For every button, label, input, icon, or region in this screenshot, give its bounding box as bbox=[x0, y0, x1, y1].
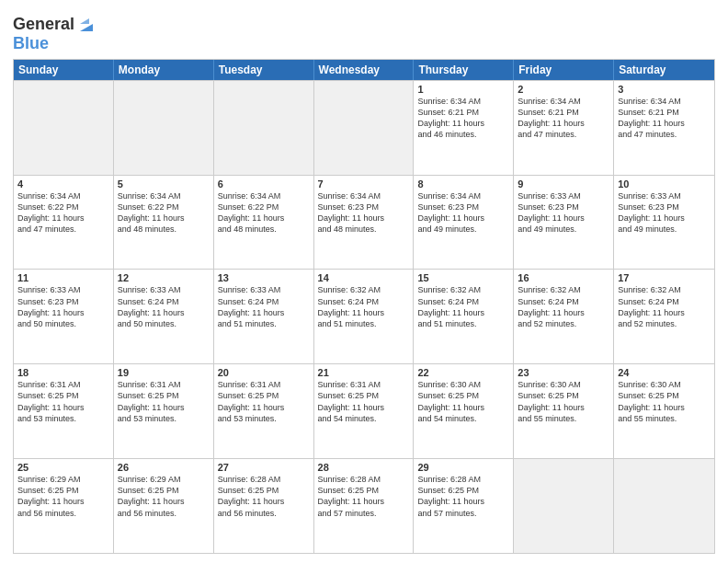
cell-info: Sunrise: 6:32 AM Sunset: 6:24 PM Dayligh… bbox=[518, 284, 609, 329]
day-number: 8 bbox=[417, 178, 509, 190]
cell-info: Sunrise: 6:28 AM Sunset: 6:25 PM Dayligh… bbox=[318, 474, 410, 519]
cell-info: Sunrise: 6:31 AM Sunset: 6:25 PM Dayligh… bbox=[17, 379, 109, 424]
cell-info: Sunrise: 6:32 AM Sunset: 6:24 PM Dayligh… bbox=[318, 284, 410, 329]
day-number: 1 bbox=[417, 84, 509, 95]
cell-info: Sunrise: 6:31 AM Sunset: 6:25 PM Dayligh… bbox=[318, 379, 410, 424]
svg-marker-0 bbox=[80, 24, 93, 31]
cell-info: Sunrise: 6:34 AM Sunset: 6:23 PM Dayligh… bbox=[417, 190, 509, 236]
calendar-cell-17: 17Sunrise: 6:32 AM Sunset: 6:24 PM Dayli… bbox=[614, 270, 714, 363]
day-number: 24 bbox=[618, 367, 711, 378]
cell-info: Sunrise: 6:34 AM Sunset: 6:21 PM Dayligh… bbox=[417, 96, 509, 141]
calendar-cell-empty-0-3 bbox=[314, 81, 415, 175]
day-number: 22 bbox=[417, 367, 509, 378]
calendar-cell-14: 14Sunrise: 6:32 AM Sunset: 6:24 PM Dayli… bbox=[314, 270, 415, 363]
calendar-cell-8: 8Sunrise: 6:34 AM Sunset: 6:23 PM Daylig… bbox=[414, 176, 514, 270]
calendar: SundayMondayTuesdayWednesdayThursdayFrid… bbox=[13, 59, 715, 554]
day-number: 28 bbox=[318, 462, 410, 473]
day-number: 19 bbox=[118, 367, 210, 378]
calendar-cell-empty-0-2 bbox=[214, 81, 314, 175]
calendar-row-0: 1Sunrise: 6:34 AM Sunset: 6:21 PM Daylig… bbox=[14, 80, 714, 175]
header-day-monday: Monday bbox=[114, 60, 214, 80]
day-number: 7 bbox=[318, 178, 410, 190]
day-number: 16 bbox=[518, 272, 609, 283]
cell-info: Sunrise: 6:34 AM Sunset: 6:22 PM Dayligh… bbox=[218, 190, 310, 236]
logo-icon bbox=[76, 15, 97, 35]
svg-marker-1 bbox=[80, 18, 89, 24]
calendar-cell-7: 7Sunrise: 6:34 AM Sunset: 6:23 PM Daylig… bbox=[314, 176, 415, 270]
day-number: 10 bbox=[618, 178, 711, 190]
calendar-cell-15: 15Sunrise: 6:32 AM Sunset: 6:24 PM Dayli… bbox=[414, 270, 514, 363]
calendar-cell-27: 27Sunrise: 6:28 AM Sunset: 6:25 PM Dayli… bbox=[214, 459, 314, 553]
calendar-cell-9: 9Sunrise: 6:33 AM Sunset: 6:23 PM Daylig… bbox=[514, 176, 614, 270]
calendar-cell-2: 2Sunrise: 6:34 AM Sunset: 6:21 PM Daylig… bbox=[514, 81, 614, 175]
calendar-cell-18: 18Sunrise: 6:31 AM Sunset: 6:25 PM Dayli… bbox=[14, 364, 114, 458]
day-number: 18 bbox=[17, 367, 109, 378]
cell-info: Sunrise: 6:34 AM Sunset: 6:21 PM Dayligh… bbox=[618, 96, 711, 141]
header-day-friday: Friday bbox=[514, 60, 614, 80]
header-day-sunday: Sunday bbox=[14, 60, 114, 80]
header-day-thursday: Thursday bbox=[414, 60, 514, 80]
calendar-row-3: 18Sunrise: 6:31 AM Sunset: 6:25 PM Dayli… bbox=[14, 363, 714, 458]
cell-info: Sunrise: 6:34 AM Sunset: 6:23 PM Dayligh… bbox=[318, 190, 410, 236]
cell-info: Sunrise: 6:32 AM Sunset: 6:24 PM Dayligh… bbox=[618, 284, 711, 329]
page: General Blue SundayMondayTuesdayWednesda… bbox=[0, 0, 728, 563]
day-number: 3 bbox=[618, 84, 711, 95]
header-day-saturday: Saturday bbox=[614, 60, 714, 80]
calendar-cell-empty-4-5 bbox=[514, 459, 614, 553]
calendar-cell-4: 4Sunrise: 6:34 AM Sunset: 6:22 PM Daylig… bbox=[14, 176, 114, 270]
day-number: 14 bbox=[318, 272, 410, 283]
calendar-cell-22: 22Sunrise: 6:30 AM Sunset: 6:25 PM Dayli… bbox=[414, 364, 514, 458]
day-number: 5 bbox=[118, 178, 210, 190]
day-number: 6 bbox=[218, 178, 310, 190]
calendar-cell-16: 16Sunrise: 6:32 AM Sunset: 6:24 PM Dayli… bbox=[514, 270, 614, 363]
calendar-row-4: 25Sunrise: 6:29 AM Sunset: 6:25 PM Dayli… bbox=[14, 458, 714, 553]
day-number: 17 bbox=[618, 272, 711, 283]
day-number: 25 bbox=[17, 462, 109, 473]
day-number: 21 bbox=[318, 367, 410, 378]
calendar-header: SundayMondayTuesdayWednesdayThursdayFrid… bbox=[14, 60, 714, 80]
day-number: 2 bbox=[518, 84, 609, 95]
header-day-wednesday: Wednesday bbox=[314, 60, 415, 80]
cell-info: Sunrise: 6:34 AM Sunset: 6:22 PM Dayligh… bbox=[17, 190, 109, 236]
cell-info: Sunrise: 6:34 AM Sunset: 6:21 PM Dayligh… bbox=[518, 96, 609, 141]
calendar-cell-empty-0-1 bbox=[114, 81, 214, 175]
cell-info: Sunrise: 6:31 AM Sunset: 6:25 PM Dayligh… bbox=[118, 379, 210, 424]
cell-info: Sunrise: 6:33 AM Sunset: 6:23 PM Dayligh… bbox=[518, 190, 609, 236]
day-number: 20 bbox=[218, 367, 310, 378]
day-number: 29 bbox=[417, 462, 509, 473]
cell-info: Sunrise: 6:33 AM Sunset: 6:23 PM Dayligh… bbox=[618, 190, 711, 236]
cell-info: Sunrise: 6:31 AM Sunset: 6:25 PM Dayligh… bbox=[218, 379, 310, 424]
cell-info: Sunrise: 6:34 AM Sunset: 6:22 PM Dayligh… bbox=[118, 190, 210, 236]
cell-info: Sunrise: 6:30 AM Sunset: 6:25 PM Dayligh… bbox=[618, 379, 711, 424]
cell-info: Sunrise: 6:32 AM Sunset: 6:24 PM Dayligh… bbox=[417, 284, 509, 329]
calendar-cell-1: 1Sunrise: 6:34 AM Sunset: 6:21 PM Daylig… bbox=[414, 81, 514, 175]
calendar-cell-6: 6Sunrise: 6:34 AM Sunset: 6:22 PM Daylig… bbox=[214, 176, 314, 270]
day-number: 27 bbox=[218, 462, 310, 473]
day-number: 23 bbox=[518, 367, 609, 378]
day-number: 12 bbox=[118, 272, 210, 283]
logo: General Blue bbox=[13, 15, 97, 53]
cell-info: Sunrise: 6:28 AM Sunset: 6:25 PM Dayligh… bbox=[218, 474, 310, 519]
calendar-row-1: 4Sunrise: 6:34 AM Sunset: 6:22 PM Daylig… bbox=[14, 175, 714, 270]
cell-info: Sunrise: 6:30 AM Sunset: 6:25 PM Dayligh… bbox=[518, 379, 609, 424]
calendar-cell-21: 21Sunrise: 6:31 AM Sunset: 6:25 PM Dayli… bbox=[314, 364, 415, 458]
calendar-cell-29: 29Sunrise: 6:28 AM Sunset: 6:25 PM Dayli… bbox=[414, 459, 514, 553]
calendar-cell-empty-4-6 bbox=[614, 459, 714, 553]
calendar-cell-11: 11Sunrise: 6:33 AM Sunset: 6:23 PM Dayli… bbox=[14, 270, 114, 363]
day-number: 13 bbox=[218, 272, 310, 283]
calendar-cell-26: 26Sunrise: 6:29 AM Sunset: 6:25 PM Dayli… bbox=[114, 459, 214, 553]
calendar-body: 1Sunrise: 6:34 AM Sunset: 6:21 PM Daylig… bbox=[14, 80, 714, 553]
calendar-row-2: 11Sunrise: 6:33 AM Sunset: 6:23 PM Dayli… bbox=[14, 269, 714, 363]
logo-text-line2: Blue bbox=[13, 35, 97, 53]
day-number: 4 bbox=[17, 178, 109, 190]
cell-info: Sunrise: 6:28 AM Sunset: 6:25 PM Dayligh… bbox=[417, 474, 509, 519]
calendar-cell-13: 13Sunrise: 6:33 AM Sunset: 6:24 PM Dayli… bbox=[214, 270, 314, 363]
calendar-cell-5: 5Sunrise: 6:34 AM Sunset: 6:22 PM Daylig… bbox=[114, 176, 214, 270]
calendar-cell-19: 19Sunrise: 6:31 AM Sunset: 6:25 PM Dayli… bbox=[114, 364, 214, 458]
calendar-cell-12: 12Sunrise: 6:33 AM Sunset: 6:24 PM Dayli… bbox=[114, 270, 214, 363]
logo-text-line1: General bbox=[13, 16, 74, 34]
header-day-tuesday: Tuesday bbox=[214, 60, 314, 80]
calendar-cell-10: 10Sunrise: 6:33 AM Sunset: 6:23 PM Dayli… bbox=[614, 176, 714, 270]
day-number: 15 bbox=[417, 272, 509, 283]
calendar-cell-23: 23Sunrise: 6:30 AM Sunset: 6:25 PM Dayli… bbox=[514, 364, 614, 458]
